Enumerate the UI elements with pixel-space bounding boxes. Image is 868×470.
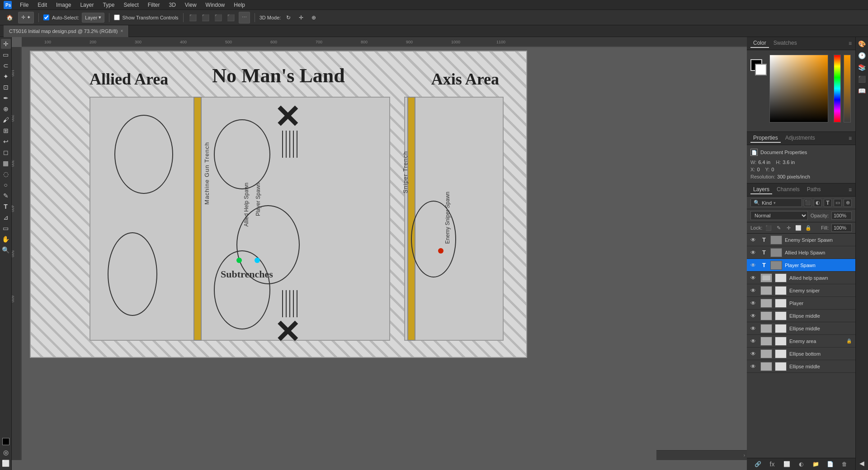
menu-view[interactable]: View [181, 0, 200, 10]
layer-item[interactable]: 👁 Allied help spawn [747, 272, 855, 284]
layer-item[interactable]: 👁 T Allied Help Spawn [747, 246, 855, 259]
screen-mode-btn[interactable]: ⬜ [1, 458, 11, 468]
background-swatch[interactable] [755, 64, 767, 75]
layer-visibility-eye[interactable]: 👁 [750, 351, 758, 357]
color-spectrum[interactable] [769, 55, 828, 122]
3d-pan-btn[interactable]: ✛ [296, 13, 306, 23]
layer-visibility-eye[interactable]: 👁 [750, 287, 758, 294]
adjustments-tab[interactable]: Adjustments [783, 134, 818, 143]
menu-image[interactable]: Image [52, 0, 75, 10]
layers-panel-menu[interactable]: ≡ [849, 187, 852, 193]
history-icon[interactable]: 🕐 [857, 51, 867, 61]
eyedropper-tool[interactable]: ✒ [1, 93, 11, 103]
hue-bar[interactable] [834, 55, 841, 122]
layer-visibility-eye[interactable]: 👁 [750, 237, 758, 243]
delete-layer-icon[interactable]: 🗑 [840, 460, 849, 468]
layers-icon[interactable]: 📚 [857, 62, 867, 72]
create-group-icon[interactable]: 📁 [811, 460, 820, 468]
blur-tool[interactable]: ◌ [1, 169, 11, 179]
opacity-input[interactable] [831, 212, 852, 220]
menu-edit[interactable]: Edit [34, 0, 51, 10]
layer-item[interactable]: 👁 Enemy area 🔒 [747, 335, 855, 348]
history-brush-tool[interactable]: ↩ [1, 136, 11, 146]
layer-item[interactable]: 👁 Enemy sniper [747, 284, 855, 297]
layer-item[interactable]: 👁 T Enemy Sniper Spawn [747, 234, 855, 246]
tab-color[interactable]: Color [750, 39, 769, 48]
properties-tab[interactable]: Properties [750, 134, 781, 143]
fg-bg-colors[interactable] [1, 437, 11, 446]
filter-pixel-icon[interactable]: ⬛ [804, 199, 812, 207]
layer-visibility-eye[interactable]: 👁 [750, 262, 758, 268]
color-panel-menu-icon[interactable]: ≡ [849, 40, 852, 47]
align-right-btn[interactable]: ⬛ [213, 13, 223, 23]
fill-input[interactable] [831, 224, 852, 232]
layer-visibility-eye[interactable]: 👁 [750, 275, 758, 281]
menu-window[interactable]: Window [202, 0, 229, 10]
hand-tool[interactable]: ✋ [1, 234, 11, 244]
align-center-btn[interactable]: ⬛ [201, 13, 211, 23]
lock-position-icon[interactable]: ✛ [785, 224, 792, 231]
add-effect-icon[interactable]: fx [768, 460, 776, 468]
filter-smartobj-icon[interactable]: ⊕ [844, 199, 852, 207]
crop-tool[interactable]: ⊡ [1, 82, 11, 92]
layer-visibility-eye[interactable]: 👁 [750, 325, 758, 332]
filter-kind-search[interactable]: 🔍 Kind ▾ [750, 198, 802, 207]
move-tool-btn[interactable]: ✛ ✦ [18, 12, 34, 24]
create-adjustment-icon[interactable]: ◐ [797, 460, 805, 468]
layer-item[interactable]: 👁 Ellipse bottom [747, 348, 855, 360]
blend-mode-select[interactable]: Normal [750, 211, 808, 220]
healing-tool[interactable]: ⊕ [1, 104, 11, 114]
menu-type[interactable]: Type [99, 0, 118, 10]
menu-filter[interactable]: Filter [144, 0, 164, 10]
3d-zoom-btn[interactable]: ⊕ [309, 13, 319, 23]
menu-file[interactable]: File [16, 0, 32, 10]
tab-close-btn[interactable]: × [120, 28, 123, 33]
quick-mask-btn[interactable]: ◎ [1, 447, 11, 457]
layer-item[interactable]: 👁 Ellipse middle [747, 310, 855, 322]
selection-tool[interactable]: ▭ [1, 50, 11, 60]
show-transform-checkbox[interactable] [114, 14, 120, 20]
layer-item[interactable]: 👁 Player [747, 297, 855, 310]
3d-icon[interactable]: ⬛ [857, 74, 867, 84]
lock-artboard-icon[interactable]: ⬜ [795, 224, 802, 231]
pen-tool[interactable]: ✎ [1, 191, 11, 201]
brush-tool[interactable]: 🖌 [1, 115, 11, 125]
layers-tab-layers[interactable]: Layers [750, 185, 772, 194]
add-mask-icon[interactable]: ⬜ [783, 460, 791, 468]
create-link-icon[interactable]: 🔗 [754, 460, 762, 468]
lock-all-icon[interactable]: 🔒 [805, 224, 812, 231]
canvas-area[interactable]: 100 200 300 400 500 600 700 800 900 1000… [12, 37, 747, 470]
align-left-btn[interactable]: ⬛ [188, 13, 198, 23]
filter-adjustment-icon[interactable]: ◐ [814, 199, 822, 207]
learn-icon[interactable]: 📖 [857, 86, 867, 96]
opacity-bar[interactable] [844, 55, 851, 122]
lock-draw-icon[interactable]: ✎ [775, 224, 782, 231]
layer-visibility-eye[interactable]: 👁 [750, 300, 758, 306]
lasso-tool[interactable]: ⊂ [1, 61, 11, 70]
dodge-tool[interactable]: ○ [1, 180, 11, 190]
scroll-right[interactable]: › [656, 450, 747, 460]
path-selection-tool[interactable]: ⊿ [1, 212, 11, 222]
fg-bg-swatches[interactable] [750, 59, 767, 75]
layer-visibility-eye[interactable]: 👁 [750, 363, 758, 370]
zoom-tool[interactable]: 🔍 [1, 245, 11, 255]
menu-help[interactable]: Help [230, 0, 249, 10]
menu-3d[interactable]: 3D [165, 0, 179, 10]
layers-tab-paths[interactable]: Paths [804, 185, 824, 194]
layer-item[interactable]: 👁 Ellipse middle [747, 322, 855, 335]
move-tool[interactable]: ✛ [1, 39, 11, 49]
stamp-tool[interactable]: ⊞ [1, 126, 11, 136]
color-picker-area[interactable] [747, 50, 855, 132]
more-options-btn[interactable]: ⋯ [239, 12, 250, 24]
lock-pixel-icon[interactable]: ⬛ [765, 224, 772, 231]
layer-visibility-eye[interactable]: 👁 [750, 338, 758, 344]
layer-item-selected[interactable]: 👁 T Player Spawn [747, 259, 855, 272]
auto-select-checkbox[interactable] [43, 14, 49, 20]
create-layer-icon[interactable]: 📄 [826, 460, 834, 468]
type-tool[interactable]: T [1, 202, 11, 212]
filter-shape-icon[interactable]: ▭ [834, 199, 842, 207]
layer-dropdown[interactable]: Layer ▾ [82, 13, 104, 23]
align-bottom-btn[interactable]: ⬛ [226, 13, 236, 23]
layers-tab-channels[interactable]: Channels [774, 185, 802, 194]
home-button[interactable]: 🏠 [4, 12, 15, 24]
